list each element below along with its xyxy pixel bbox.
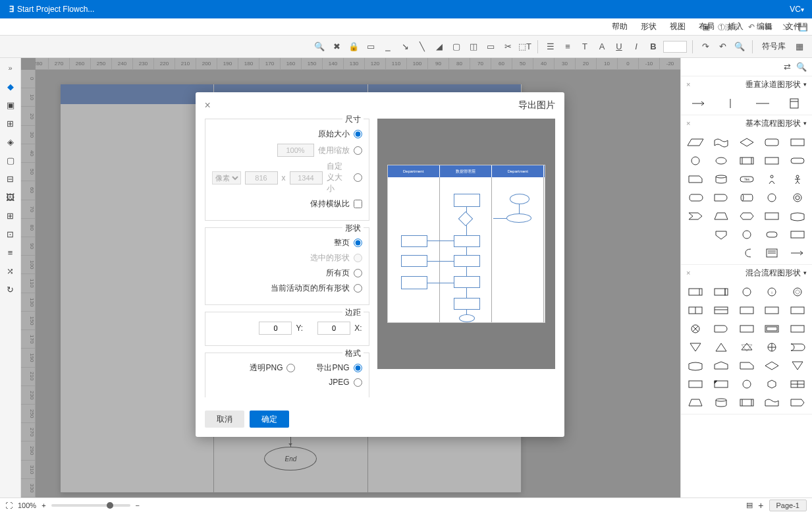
transparent-png-label: 透明PNG: [250, 362, 283, 374]
shape-legend: 形状: [342, 223, 364, 234]
export-image-dialog: 导出图片 × Department数据管理层Department: [196, 92, 564, 437]
transparent-png-radio[interactable]: [286, 364, 295, 372]
dialog-title: 导出图片: [518, 100, 555, 111]
jpeg-radio[interactable]: [354, 378, 362, 387]
currentpage-radio[interactable]: [354, 284, 362, 293]
custom-size-radio[interactable]: [354, 173, 362, 182]
close-icon[interactable]: ×: [205, 100, 211, 111]
zoom-label: 使用缩放: [318, 145, 350, 156]
currentpage-label: 当前活动页的所有形状: [271, 283, 350, 294]
fullpage-label: 整页: [334, 237, 350, 248]
y-label: Y:: [296, 324, 303, 333]
custom-size-label: 自定义大小: [327, 161, 350, 194]
unit-select[interactable]: 像素: [212, 171, 241, 185]
jpeg-label: JPEG: [329, 378, 349, 387]
fullpage-radio[interactable]: [354, 239, 362, 247]
margin-legend: 边距: [342, 307, 364, 318]
original-size-radio[interactable]: [354, 130, 362, 138]
original-size-label: 原始大小: [318, 128, 350, 140]
export-preview: Department数据管理层Department: [377, 119, 555, 369]
size-fieldset: 尺寸 原始大小 使用缩放 自定义大小 x 像素 保持横纵比: [205, 119, 369, 221]
height-input[interactable]: [245, 171, 278, 185]
selected-label: 选中的形状: [310, 252, 350, 264]
zoom-radio[interactable]: [354, 146, 362, 155]
cancel-button[interactable]: 取消: [205, 411, 244, 428]
png-label: 导出PNG: [316, 362, 349, 374]
x-input[interactable]: [317, 322, 350, 335]
ok-button[interactable]: 确定: [250, 411, 289, 428]
margin-fieldset: 边距 X: Y:: [205, 312, 369, 346]
png-radio[interactable]: [354, 364, 362, 372]
x-label: X:: [354, 324, 362, 333]
width-input[interactable]: [290, 171, 323, 185]
selected-radio[interactable]: [354, 254, 362, 262]
y-input[interactable]: [259, 322, 292, 335]
keep-ratio-label: 保持横纵比: [310, 198, 350, 210]
zoom-input[interactable]: [277, 144, 314, 157]
shape-fieldset: 形状 整页 选中的形状 所有页 当前活动页的所有形状: [205, 227, 369, 305]
keep-ratio-checkbox[interactable]: [354, 200, 362, 208]
size-legend: 尺寸: [342, 114, 364, 125]
allpages-label: 所有页: [326, 268, 350, 279]
allpages-radio[interactable]: [354, 269, 362, 277]
format-legend: 格式: [342, 348, 364, 359]
format-fieldset: 格式 导出PNG 透明PNG JPEG: [205, 353, 369, 397]
modal-backdrop: 导出图片 × Department数据管理层Department: [0, 0, 812, 512]
